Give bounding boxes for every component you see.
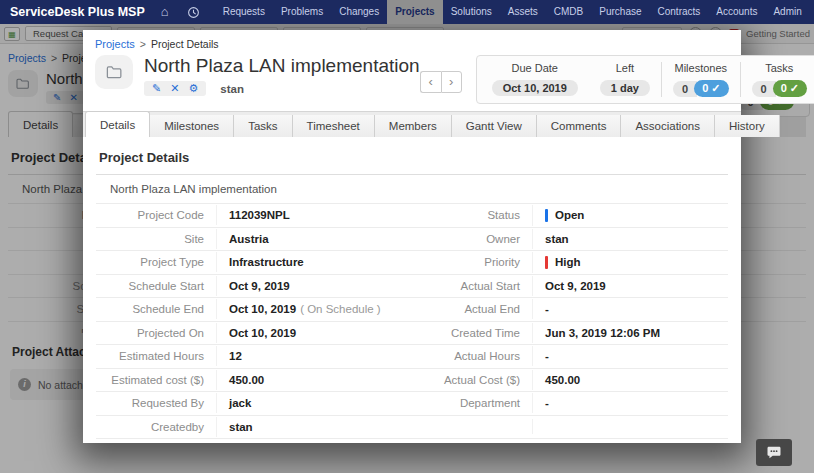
field-row: Owner stan — [412, 228, 728, 252]
recent-activity-icon[interactable] — [178, 6, 209, 19]
tasks-label: Tasks — [765, 62, 793, 74]
field-row: Actual Cost ($) 450.00 — [412, 369, 728, 393]
nav-item[interactable]: Solutions — [443, 0, 500, 24]
field-value: - — [532, 346, 728, 366]
field-value: 450.00 — [532, 370, 728, 390]
field-label: Requested By — [96, 397, 216, 409]
fields-left-column: Project Code 112039NPL Site Austria — [96, 204, 412, 439]
field-value-text: 450.00 — [545, 374, 580, 386]
nav-item[interactable]: Admin — [765, 0, 809, 24]
field-value: Austria — [216, 229, 412, 249]
field-label: Priority — [412, 256, 532, 268]
field-value-text: Austria — [229, 233, 269, 245]
days-left-block: Left 1 day — [589, 62, 661, 97]
modal-tabs: DetailsMilestonesTasksTimesheetMembersGa… — [83, 111, 741, 137]
chat-button[interactable] — [756, 439, 792, 466]
tab[interactable]: Details — [85, 111, 150, 137]
project-name: North Plaza LAN implementation — [96, 175, 728, 204]
tab[interactable]: Timesheet — [293, 115, 375, 137]
field-label: Created Time — [412, 327, 532, 339]
field-label: Estimated Hours — [96, 350, 216, 362]
tab[interactable]: Associations — [621, 115, 715, 137]
nav-item[interactable]: Contracts — [650, 0, 709, 24]
field-value-text: Infrastructure — [229, 256, 304, 268]
field-value-text: 12 — [229, 350, 242, 362]
field-label: Schedule Start — [96, 280, 216, 292]
nav-item[interactable]: Billing — [810, 0, 814, 24]
previous-record-button[interactable]: ‹ — [420, 71, 441, 93]
accent-bar — [545, 256, 548, 269]
nav-item[interactable]: Changes — [331, 0, 387, 24]
tab[interactable]: History — [715, 115, 780, 137]
field-value-text: 450.00 — [229, 374, 264, 386]
field-note: ( On Schedule ) — [300, 303, 381, 315]
field-label: Status — [412, 209, 532, 221]
field-label: Owner — [412, 233, 532, 245]
field-row: Projected On Oct 10, 2019 — [96, 322, 412, 346]
field-value: - — [532, 393, 728, 413]
field-value: - — [532, 299, 728, 319]
field-value: Oct 9, 2019 — [216, 276, 412, 296]
field-label: Actual Start — [412, 280, 532, 292]
field-value: 112039NPL — [216, 205, 412, 225]
close-icon[interactable]: ✕ — [170, 82, 179, 95]
milestones-done-badge: 0 ✓ — [694, 80, 728, 97]
title-actions: ✎ ✕ ⚙ — [144, 81, 206, 96]
field-label: Site — [96, 233, 216, 245]
field-row: Estimated cost ($) 450.00 — [96, 369, 412, 393]
field-label: Createdby — [96, 421, 216, 433]
settings-icon[interactable]: ⚙ — [188, 82, 198, 95]
tab[interactable]: Gantt View — [452, 115, 537, 137]
field-row: Project Code 112039NPL — [96, 204, 412, 228]
field-value: High — [532, 252, 728, 273]
field-row: Actual End - — [412, 298, 728, 322]
tab[interactable]: Members — [375, 115, 452, 137]
main-nav: ServiceDesk Plus MSP ⌂ Requests Problems… — [0, 0, 814, 24]
nav-item[interactable]: CMDB — [546, 0, 591, 24]
field-row: Site Austria — [96, 228, 412, 252]
home-icon[interactable]: ⌂ — [152, 0, 178, 24]
field-value: Open — [532, 205, 728, 226]
field-row: Schedule End Oct 10, 2019 ( On Schedule … — [96, 298, 412, 322]
nav-menu: Requests Problems Changes Projects Solut… — [215, 0, 814, 24]
breadcrumb-current: Project Details — [151, 38, 219, 50]
nav-item[interactable]: Projects — [387, 0, 442, 24]
field-value: 12 — [216, 346, 412, 366]
field-label: Project Type — [96, 256, 216, 268]
field-row: Createdby stan — [96, 416, 412, 440]
tab[interactable]: Tasks — [234, 115, 292, 137]
tab[interactable]: Comments — [537, 115, 622, 137]
chat-icon — [766, 446, 782, 459]
milestones-block: Milestones 0 0 ✓ — [661, 62, 740, 97]
project-details-modal: Projects>Project Details North Plaza LAN… — [83, 30, 741, 443]
next-record-button[interactable]: › — [441, 71, 462, 93]
edit-icon[interactable]: ✎ — [152, 82, 161, 95]
field-value: 450.00 — [216, 370, 412, 390]
record-pager: ‹ › — [420, 71, 462, 93]
nav-item[interactable]: Problems — [273, 0, 331, 24]
nav-item[interactable]: Accounts — [708, 0, 765, 24]
due-date-block: Due Date Oct 10, 2019 — [481, 62, 589, 97]
field-value: jack — [216, 393, 412, 413]
tab[interactable]: Milestones — [150, 115, 234, 137]
field-value: Jun 3, 2019 12:06 PM — [532, 323, 728, 343]
milestones-label: Milestones — [674, 62, 727, 74]
field-value: Oct 10, 2019 — [216, 323, 412, 343]
fields-right-column: Status Open Owner stan — [412, 204, 728, 439]
field-value: stan — [532, 229, 728, 249]
nav-item[interactable]: Assets — [500, 0, 546, 24]
field-row: Requested By jack — [96, 392, 412, 416]
days-left-label: Left — [616, 62, 634, 74]
field-value: Oct 10, 2019 ( On Schedule ) — [216, 299, 412, 319]
nav-item[interactable]: Requests — [215, 0, 273, 24]
field-value: Infrastructure — [216, 252, 412, 272]
accent-bar — [545, 209, 548, 222]
field-row: Priority High — [412, 251, 728, 275]
field-row: Status Open — [412, 204, 728, 228]
field-value-text: - — [545, 397, 549, 409]
field-row: Project Type Infrastructure — [96, 251, 412, 275]
field-row: Department - — [412, 392, 728, 416]
nav-item[interactable]: Purchase — [591, 0, 649, 24]
field-value-text: stan — [545, 233, 569, 245]
breadcrumb-projects-link[interactable]: Projects — [95, 38, 135, 50]
